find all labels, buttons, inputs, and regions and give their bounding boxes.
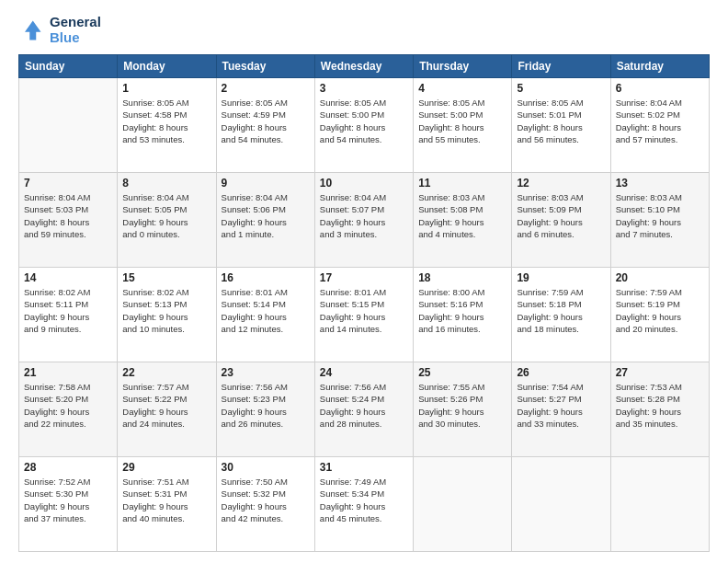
day-number: 10 [320, 177, 408, 190]
table-row: 12Sunrise: 8:03 AM Sunset: 5:09 PM Dayli… [512, 173, 610, 268]
table-row [414, 457, 512, 552]
day-info: Sunrise: 8:00 AM Sunset: 5:16 PM Dayligh… [418, 286, 506, 335]
day-info: Sunrise: 7:57 AM Sunset: 5:22 PM Dayligh… [122, 381, 210, 430]
col-header-wednesday: Wednesday [314, 55, 413, 78]
table-row: 21Sunrise: 7:58 AM Sunset: 5:20 PM Dayli… [19, 362, 118, 457]
day-info: Sunrise: 8:02 AM Sunset: 5:11 PM Dayligh… [24, 286, 112, 335]
page: General Blue SundayMondayTuesdayWednesda… [0, 0, 728, 563]
day-info: Sunrise: 8:03 AM Sunset: 5:08 PM Dayligh… [418, 191, 506, 240]
table-row: 11Sunrise: 8:03 AM Sunset: 5:08 PM Dayli… [414, 173, 512, 268]
col-header-friday: Friday [512, 55, 610, 78]
day-info: Sunrise: 7:53 AM Sunset: 5:28 PM Dayligh… [616, 381, 704, 430]
day-number: 8 [122, 177, 210, 190]
day-number: 5 [517, 82, 605, 95]
day-info: Sunrise: 8:05 AM Sunset: 5:01 PM Dayligh… [517, 97, 605, 145]
table-row [512, 457, 610, 552]
day-number: 31 [320, 461, 408, 474]
table-row: 3Sunrise: 8:05 AM Sunset: 5:00 PM Daylig… [314, 78, 413, 173]
col-header-tuesday: Tuesday [216, 55, 314, 78]
table-row: 23Sunrise: 7:56 AM Sunset: 5:23 PM Dayli… [216, 362, 314, 457]
day-number: 27 [616, 366, 704, 379]
table-row: 5Sunrise: 8:05 AM Sunset: 5:01 PM Daylig… [512, 78, 610, 173]
table-row: 16Sunrise: 8:01 AM Sunset: 5:14 PM Dayli… [216, 268, 314, 362]
day-info: Sunrise: 7:51 AM Sunset: 5:31 PM Dayligh… [122, 476, 210, 524]
day-number: 15 [122, 271, 210, 284]
day-number: 2 [222, 82, 310, 95]
header: General Blue [18, 15, 710, 45]
day-info: Sunrise: 8:05 AM Sunset: 4:59 PM Dayligh… [222, 97, 310, 145]
day-info: Sunrise: 8:04 AM Sunset: 5:05 PM Dayligh… [122, 191, 210, 240]
day-number: 22 [122, 366, 210, 379]
day-info: Sunrise: 7:56 AM Sunset: 5:23 PM Dayligh… [222, 381, 310, 430]
day-number: 12 [517, 177, 605, 190]
table-row: 15Sunrise: 8:02 AM Sunset: 5:13 PM Dayli… [118, 268, 216, 362]
day-number: 30 [222, 461, 310, 474]
table-row: 4Sunrise: 8:05 AM Sunset: 5:00 PM Daylig… [414, 78, 512, 173]
logo-text: General [50, 15, 101, 30]
day-number: 18 [418, 271, 506, 284]
day-info: Sunrise: 7:50 AM Sunset: 5:32 PM Dayligh… [222, 476, 310, 524]
table-row: 22Sunrise: 7:57 AM Sunset: 5:22 PM Dayli… [118, 362, 216, 457]
day-number: 13 [616, 177, 704, 190]
table-row: 27Sunrise: 7:53 AM Sunset: 5:28 PM Dayli… [610, 362, 709, 457]
day-info: Sunrise: 8:05 AM Sunset: 5:00 PM Dayligh… [418, 97, 506, 145]
day-number: 28 [24, 461, 112, 474]
day-number: 4 [418, 82, 506, 95]
table-row: 6Sunrise: 8:04 AM Sunset: 5:02 PM Daylig… [610, 78, 709, 173]
day-info: Sunrise: 7:49 AM Sunset: 5:34 PM Dayligh… [320, 476, 408, 524]
table-row: 31Sunrise: 7:49 AM Sunset: 5:34 PM Dayli… [314, 457, 413, 552]
table-row: 9Sunrise: 8:04 AM Sunset: 5:06 PM Daylig… [216, 173, 314, 268]
table-row: 10Sunrise: 8:04 AM Sunset: 5:07 PM Dayli… [314, 173, 413, 268]
day-number: 21 [24, 366, 112, 379]
table-row: 28Sunrise: 7:52 AM Sunset: 5:30 PM Dayli… [19, 457, 118, 552]
table-row: 19Sunrise: 7:59 AM Sunset: 5:18 PM Dayli… [512, 268, 610, 362]
day-info: Sunrise: 7:58 AM Sunset: 5:20 PM Dayligh… [24, 381, 112, 430]
day-number: 29 [122, 461, 210, 474]
day-number: 6 [616, 82, 704, 95]
table-row: 8Sunrise: 8:04 AM Sunset: 5:05 PM Daylig… [118, 173, 216, 268]
table-row: 20Sunrise: 7:59 AM Sunset: 5:19 PM Dayli… [610, 268, 709, 362]
day-info: Sunrise: 7:56 AM Sunset: 5:24 PM Dayligh… [320, 381, 408, 430]
day-info: Sunrise: 8:04 AM Sunset: 5:07 PM Dayligh… [320, 191, 408, 240]
day-info: Sunrise: 8:04 AM Sunset: 5:02 PM Dayligh… [616, 97, 704, 145]
day-number: 11 [418, 177, 506, 190]
day-info: Sunrise: 7:59 AM Sunset: 5:18 PM Dayligh… [517, 286, 605, 335]
table-row: 13Sunrise: 8:03 AM Sunset: 5:10 PM Dayli… [610, 173, 709, 268]
day-number: 17 [320, 271, 408, 284]
col-header-monday: Monday [118, 55, 216, 78]
day-info: Sunrise: 8:05 AM Sunset: 5:00 PM Dayligh… [320, 97, 408, 145]
day-info: Sunrise: 7:55 AM Sunset: 5:26 PM Dayligh… [418, 381, 506, 430]
day-number: 1 [122, 82, 210, 95]
day-info: Sunrise: 8:01 AM Sunset: 5:15 PM Dayligh… [320, 286, 408, 335]
day-number: 14 [24, 271, 112, 284]
day-info: Sunrise: 8:03 AM Sunset: 5:10 PM Dayligh… [616, 191, 704, 240]
table-row: 1Sunrise: 8:05 AM Sunset: 4:58 PM Daylig… [118, 78, 216, 173]
day-info: Sunrise: 8:05 AM Sunset: 4:58 PM Dayligh… [122, 97, 210, 145]
col-header-saturday: Saturday [610, 55, 709, 78]
table-row: 18Sunrise: 8:00 AM Sunset: 5:16 PM Dayli… [414, 268, 512, 362]
day-info: Sunrise: 8:03 AM Sunset: 5:09 PM Dayligh… [517, 191, 605, 240]
general-blue-logo-icon [18, 17, 44, 43]
day-info: Sunrise: 7:52 AM Sunset: 5:30 PM Dayligh… [24, 476, 112, 524]
day-number: 19 [517, 271, 605, 284]
day-info: Sunrise: 7:54 AM Sunset: 5:27 PM Dayligh… [517, 381, 605, 430]
day-number: 9 [222, 177, 310, 190]
table-row: 2Sunrise: 8:05 AM Sunset: 4:59 PM Daylig… [216, 78, 314, 173]
table-row: 29Sunrise: 7:51 AM Sunset: 5:31 PM Dayli… [118, 457, 216, 552]
table-row [610, 457, 709, 552]
day-info: Sunrise: 8:04 AM Sunset: 5:06 PM Dayligh… [222, 191, 310, 240]
col-header-sunday: Sunday [19, 55, 118, 78]
table-row: 17Sunrise: 8:01 AM Sunset: 5:15 PM Dayli… [314, 268, 413, 362]
table-row: 24Sunrise: 7:56 AM Sunset: 5:24 PM Dayli… [314, 362, 413, 457]
table-row: 30Sunrise: 7:50 AM Sunset: 5:32 PM Dayli… [216, 457, 314, 552]
day-number: 16 [222, 271, 310, 284]
day-info: Sunrise: 8:04 AM Sunset: 5:03 PM Dayligh… [24, 191, 112, 240]
day-number: 3 [320, 82, 408, 95]
day-number: 25 [418, 366, 506, 379]
svg-marker-1 [25, 20, 41, 40]
table-row [19, 78, 118, 173]
day-info: Sunrise: 8:02 AM Sunset: 5:13 PM Dayligh… [122, 286, 210, 335]
logo-blue-text: Blue [50, 30, 101, 46]
day-number: 7 [24, 177, 112, 190]
calendar-table: SundayMondayTuesdayWednesdayThursdayFrid… [18, 54, 710, 552]
